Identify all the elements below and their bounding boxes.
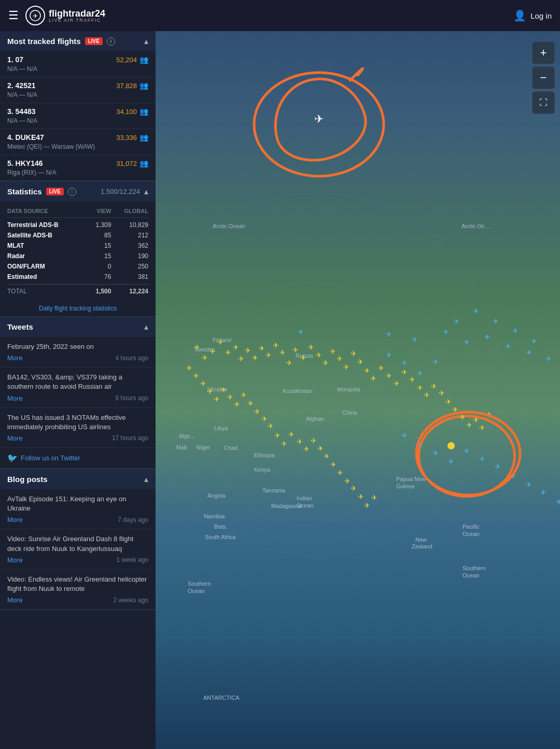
flight-item-5[interactable]: 5. HKY146 31,072 👥 Riga (RIX) — N/A [0,155,156,181]
airplane-icon[interactable]: ✈ [281,440,287,448]
login-button[interactable]: Log in [530,11,552,20]
airplane-blue-far-icon[interactable]: ✈ [493,317,499,326]
airplane-icon[interactable]: ✈ [214,395,220,403]
airplane-blue-icon[interactable]: ✈ [417,369,423,377]
tweet-more-1[interactable]: More [7,354,23,362]
airplane-icon[interactable]: ✈ [316,351,322,359]
airplane-icon[interactable]: ✈ [254,407,260,416]
airplane-icon[interactable]: ✈ [261,415,268,423]
airplane-icon[interactable]: ✈ [220,386,227,394]
flight-item-2[interactable]: 2. 42521 37,828 👥 N/A — N/A [0,77,156,103]
airplane-icon[interactable]: ✈ [431,382,437,390]
twitter-follow[interactable]: 🐦 Follow us on Twitter [0,448,156,469]
airplane-icon[interactable]: ✈ [479,423,485,432]
blog-more-2[interactable]: More [7,556,23,564]
airplane-icon[interactable]: ✈ [323,359,329,367]
airplane-blue-far-icon[interactable]: ✈ [531,337,537,345]
airplane-icon[interactable]: ✈ [288,430,295,439]
airplane-icon[interactable]: ✈ [245,346,251,355]
airplane-blue-icon[interactable]: ✈ [464,338,470,346]
airplane-blue-icon[interactable]: ✈ [464,447,470,455]
airplane-blue-icon[interactable]: ✈ [432,449,439,457]
airplane-blue-icon[interactable]: ✈ [545,355,552,363]
airplane-icon[interactable]: ✈ [370,374,376,383]
menu-icon[interactable]: ☰ [8,9,19,22]
airplane-blue-icon[interactable]: ✈ [432,358,439,366]
fullscreen-button[interactable]: ⛶ [532,91,555,114]
airplane-icon[interactable]: ✈ [227,393,233,401]
collapse-blog-posts[interactable]: ▴ [144,474,148,484]
airplane-icon[interactable]: ✈ [279,348,286,357]
blog-more-1[interactable]: More [7,516,23,524]
flight-item-3[interactable]: 3. 54483 34,100 👥 N/A — N/A [0,103,156,129]
airplane-icon[interactable]: ✈ [225,348,231,357]
map-area[interactable]: 🔍 VIEW Map ▾ + − ⛶ Arctic Ocean Arctic O… [156,0,560,749]
airplane-icon[interactable]: ✈ [217,338,223,346]
collapse-most-tracked[interactable]: ▴ [144,36,148,46]
airplane-icon[interactable]: ✈ [317,444,324,453]
airplane-icon[interactable]: ✈ [378,364,384,372]
airplane-icon[interactable]: ✈ [409,375,415,384]
airplane-blue-icon[interactable]: ✈ [505,342,511,350]
airplane-blue-icon[interactable]: ✈ [298,328,304,336]
airplane-icon[interactable]: ✈ [193,372,199,380]
airplane-icon[interactable]: ✈ [207,387,213,395]
airplane-icon[interactable]: ✈ [186,364,192,372]
airplane-blue-far-icon[interactable]: ✈ [473,307,479,315]
flight-item-1[interactable]: 1. 07 52,204 👥 N/A — N/A [0,51,156,77]
airplane-icon[interactable]: ✈ [292,346,299,354]
airplane-icon[interactable]: ✈ [473,416,479,424]
airplane-icon[interactable]: ✈ [200,379,206,388]
airplane-icon[interactable]: ✈ [452,405,458,414]
airplane-icon[interactable]: ✈ [308,343,314,351]
airplane-blue-icon[interactable]: ✈ [417,441,423,449]
airplane-blue-far-icon[interactable]: ✈ [453,317,459,326]
zoom-out-button[interactable]: − [532,66,555,89]
airplane-blue-icon[interactable]: ✈ [495,462,501,471]
airplane-blue-icon[interactable]: ✈ [412,335,418,344]
airplane-blue-icon[interactable]: ✈ [448,457,454,465]
airplane-blue-icon[interactable]: ✈ [526,348,532,357]
airplane-icon[interactable]: ✈ [202,354,208,362]
airplane-icon[interactable]: ✈ [233,343,239,351]
airplane-blue-icon[interactable]: ✈ [556,498,560,506]
airplane-icon[interactable]: ✈ [394,379,400,388]
airplane-blue-icon[interactable]: ✈ [479,455,485,463]
airplane-icon[interactable]: ✈ [386,372,392,380]
airplane-blue-far-icon[interactable]: ✈ [512,327,519,335]
airplane-icon[interactable]: ✈ [268,422,274,430]
info-icon[interactable]: i [107,37,115,46]
blog-more-3[interactable]: More [7,596,23,604]
airplane-icon[interactable]: ✈ [300,354,306,362]
airplane-icon[interactable]: ✈ [344,477,351,485]
airplane-icon[interactable]: ✈ [259,344,265,352]
zoom-in-button[interactable]: + [532,41,555,64]
airplane-icon[interactable]: ✈ [330,347,336,356]
airplane-icon[interactable]: ✈ [303,445,310,453]
stats-info-icon[interactable]: i [68,188,76,196]
airplane-icon[interactable]: ✈ [459,413,466,421]
airplane-icon[interactable]: ✈ [241,391,247,399]
airplane-icon[interactable]: ✈ [297,437,303,446]
airplane-blue-icon[interactable]: ✈ [484,333,491,341]
airplane-icon[interactable]: ✈ [466,421,472,429]
airplane-icon[interactable]: ✈ [424,391,430,399]
airplane-icon[interactable]: ✈ [274,431,281,440]
tweet-more-3[interactable]: More [7,434,23,442]
airplane-icon[interactable]: ✈ [234,400,240,408]
airplane-blue-icon[interactable]: ✈ [540,488,547,497]
airplane-icon[interactable]: ✈ [252,354,258,362]
airplane-icon[interactable]: ✈ [445,398,452,406]
airplane-icon[interactable]: ✈ [238,355,244,363]
airplane-icon[interactable]: ✈ [351,484,357,492]
airplane-icon[interactable]: ✈ [357,358,363,366]
airplane-icon[interactable]: ✈ [209,347,216,356]
airplane-icon[interactable]: ✈ [337,355,343,363]
airplane-icon[interactable]: ✈ [401,368,408,376]
collapse-tweets[interactable]: ▴ [144,322,148,332]
airplane-icon[interactable]: ✈ [351,349,357,358]
airplane-icon[interactable]: ✈ [371,493,377,502]
collapse-statistics[interactable]: ▴ [144,187,148,196]
airplane-icon[interactable]: ✈ [337,469,343,477]
airplane-icon[interactable]: ✈ [364,501,370,510]
